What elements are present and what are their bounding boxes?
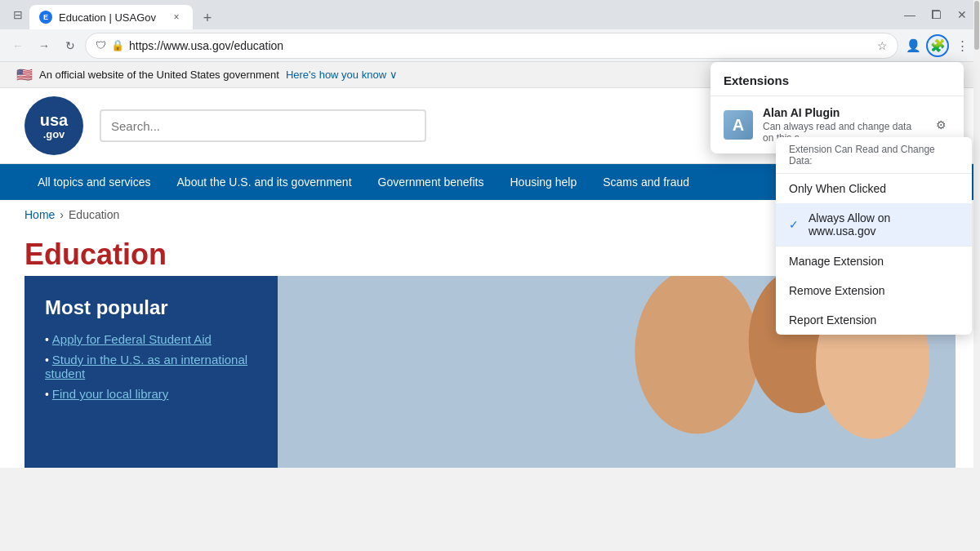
nav-housing-help[interactable]: Housing help bbox=[497, 164, 590, 200]
active-tab[interactable]: E Education | USAGov × bbox=[29, 5, 193, 29]
tab-strip-controls: ⊟ bbox=[7, 3, 29, 26]
search-input[interactable] bbox=[111, 119, 415, 133]
logo-usa: usa bbox=[40, 111, 68, 129]
profile-button[interactable]: 👤 bbox=[902, 34, 924, 57]
svg-rect-18 bbox=[461, 373, 509, 468]
report-extension-option[interactable]: Report Extension bbox=[776, 305, 972, 335]
usa-gov-logo[interactable]: usa .gov bbox=[24, 96, 83, 155]
svg-rect-3 bbox=[549, 364, 613, 468]
minimize-button[interactable]: — bbox=[898, 3, 921, 26]
nav-scams-fraud[interactable]: Scams and fraud bbox=[590, 164, 702, 200]
tab-grid-icon[interactable]: ⊟ bbox=[7, 3, 29, 26]
local-library-link[interactable]: Find your local library bbox=[52, 387, 169, 401]
security-shield-icon: 🛡 bbox=[96, 39, 106, 51]
list-item: Apply for Federal Student Aid bbox=[45, 332, 257, 346]
extension-icon: A bbox=[724, 110, 753, 140]
always-allow-option[interactable]: Always Allow on www.usa.gov bbox=[776, 203, 972, 246]
svg-point-6 bbox=[677, 292, 742, 361]
tab-close-button[interactable]: × bbox=[170, 11, 183, 24]
scrollbar-thumb[interactable] bbox=[974, 1, 979, 50]
how-you-know-link[interactable]: Here's how you know ∨ bbox=[286, 69, 398, 81]
title-bar: ⊟ E Education | USAGov × + — ⧠ ✕ bbox=[0, 0, 980, 29]
extensions-popup-title: Extensions bbox=[710, 62, 964, 96]
new-tab-button[interactable]: + bbox=[196, 7, 219, 29]
svg-line-4 bbox=[506, 331, 549, 385]
maximize-button[interactable]: ⧠ bbox=[924, 3, 947, 26]
scrollbar[interactable] bbox=[973, 0, 980, 551]
manage-extension-option[interactable]: Manage Extension bbox=[776, 247, 972, 276]
browser-toolbar: ← → ↻ 🛡 🔒 https://www.usa.gov/education … bbox=[0, 29, 980, 62]
url-text: https://www.usa.gov/education bbox=[129, 39, 872, 52]
svg-point-17 bbox=[461, 322, 509, 374]
svg-line-8 bbox=[629, 321, 675, 380]
hero-overlay: Most popular Apply for Federal Student A… bbox=[24, 276, 278, 468]
extension-gear-button[interactable]: ⚙ bbox=[931, 115, 951, 135]
gov-banner-text: An official website of the United States… bbox=[39, 69, 279, 81]
tab-strip: E Education | USAGov × + bbox=[29, 0, 898, 29]
popular-links-list: Apply for Federal Student Aid Study in t… bbox=[45, 332, 257, 401]
tab-title: Education | USAGov bbox=[59, 11, 163, 24]
list-item: Study in the U.S. as an international st… bbox=[45, 353, 257, 380]
svg-line-9 bbox=[744, 330, 790, 380]
federal-student-aid-link[interactable]: Apply for Federal Student Aid bbox=[52, 332, 212, 346]
svg-rect-15 bbox=[907, 367, 956, 468]
nav-all-topics[interactable]: All topics and services bbox=[24, 164, 164, 200]
extensions-button[interactable]: 🧩 bbox=[926, 34, 949, 57]
back-button[interactable]: ← bbox=[7, 34, 29, 57]
extensions-popup: Extensions A Alan AI Plugin Can always r… bbox=[710, 62, 964, 153]
refresh-button[interactable]: ↻ bbox=[59, 34, 82, 57]
svg-line-5 bbox=[613, 327, 656, 385]
us-flag-icon: 🇺🇸 bbox=[16, 67, 33, 82]
breadcrumb-separator: › bbox=[60, 208, 64, 221]
svg-point-2 bbox=[551, 300, 611, 364]
svg-rect-11 bbox=[806, 355, 871, 468]
remove-extension-option[interactable]: Remove Extension bbox=[776, 276, 972, 305]
address-bar[interactable]: 🛡 🔒 https://www.usa.gov/education ☆ bbox=[85, 33, 898, 59]
nav-about-us[interactable]: About the U.S. and its government bbox=[164, 164, 365, 200]
extension-name: Alan AI Plugin bbox=[763, 106, 921, 119]
svg-line-12 bbox=[773, 331, 805, 374]
breadcrumb-current: Education bbox=[69, 208, 119, 221]
svg-line-16 bbox=[880, 340, 907, 385]
lock-icon: 🔒 bbox=[111, 39, 124, 51]
popular-heading: Most popular bbox=[45, 296, 257, 319]
context-menu-label: Extension Can Read and Change Data: bbox=[776, 137, 972, 174]
forward-button[interactable]: → bbox=[33, 34, 56, 57]
browser-chrome: ⊟ E Education | USAGov × + — ⧠ ✕ ← → ↻ 🛡… bbox=[0, 0, 980, 62]
study-us-link[interactable]: Study in the U.S. as an international st… bbox=[45, 353, 247, 380]
list-item: Find your local library bbox=[45, 387, 257, 401]
window-controls: — ⧠ ✕ bbox=[898, 3, 973, 26]
bookmark-star-icon[interactable]: ☆ bbox=[877, 39, 888, 52]
extension-item: A Alan AI Plugin Can always read and cha… bbox=[710, 96, 964, 153]
breadcrumb-home[interactable]: Home bbox=[24, 208, 55, 221]
tab-favicon: E bbox=[39, 11, 52, 24]
search-form bbox=[100, 109, 426, 142]
nav-government-benefits[interactable]: Government benefits bbox=[365, 164, 497, 200]
svg-line-19 bbox=[431, 353, 461, 391]
toolbar-actions: 👤 🧩 ⋮ bbox=[902, 34, 973, 57]
window-close-button[interactable]: ✕ bbox=[951, 3, 973, 26]
svg-line-20 bbox=[508, 348, 538, 390]
only-when-clicked-option[interactable]: Only When Clicked bbox=[776, 174, 972, 203]
logo-gov: .gov bbox=[43, 129, 65, 140]
browser-menu-button[interactable]: ⋮ bbox=[951, 34, 973, 57]
svg-rect-7 bbox=[675, 361, 744, 468]
extension-context-menu: Extension Can Read and Change Data: Only… bbox=[776, 137, 972, 335]
